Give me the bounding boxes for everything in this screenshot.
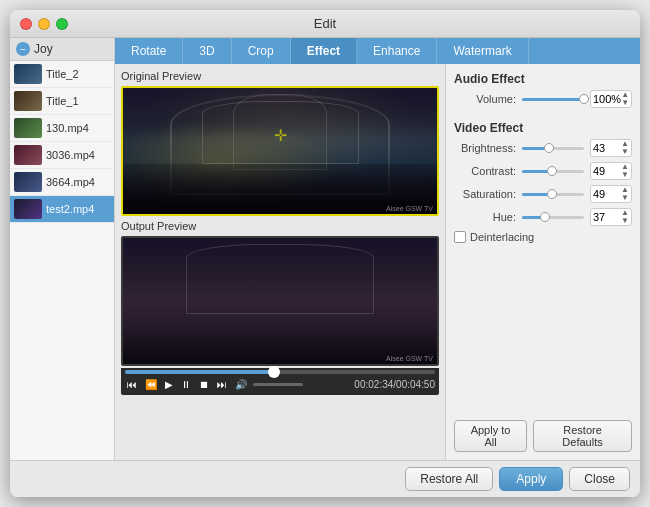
- pause-button[interactable]: ⏸: [179, 378, 193, 391]
- main-window: Edit − Joy Title_2 Title_1 130.mp4: [10, 10, 640, 497]
- skip-back-button[interactable]: ⏮: [125, 378, 139, 391]
- stop-button[interactable]: ⏹: [197, 378, 211, 391]
- contrast-spinner[interactable]: ▲▼: [621, 163, 629, 179]
- progress-track[interactable]: [125, 370, 435, 374]
- close-button[interactable]: Close: [569, 467, 630, 491]
- maximize-window-button[interactable]: [56, 18, 68, 30]
- contrast-value-box[interactable]: 49 ▲▼: [590, 162, 632, 180]
- volume-spinner[interactable]: ▲▼: [621, 91, 629, 107]
- sidebar-item-test2[interactable]: test2.mp4: [10, 196, 114, 223]
- apply-to-all-button[interactable]: Apply to All: [454, 420, 527, 452]
- audio-effect-title: Audio Effect: [454, 72, 632, 86]
- contrast-thumb[interactable]: [547, 166, 557, 176]
- volume-thumb[interactable]: [579, 94, 589, 104]
- brightness-value: 43: [593, 142, 605, 154]
- window-title: Edit: [314, 16, 336, 31]
- hue-thumb[interactable]: [540, 212, 550, 222]
- title-bar: Edit: [10, 10, 640, 38]
- video-content-original: ✛ Aisee GSW TV: [123, 88, 437, 214]
- play-button[interactable]: ▶: [163, 378, 175, 391]
- volume-slider[interactable]: [253, 383, 303, 386]
- brightness-slider-track[interactable]: [522, 147, 584, 150]
- brightness-spinner[interactable]: ▲▼: [621, 140, 629, 156]
- brightness-label: Brightness:: [454, 142, 516, 154]
- controls-row: ⏮ ⏪ ▶ ⏸ ⏹ ⏭ 🔊 00:02:34/00:04:50: [125, 376, 435, 393]
- deinterlacing-row: Deinterlacing: [454, 231, 632, 243]
- hue-slider-track[interactable]: [522, 216, 584, 219]
- volume-row: Volume: 100% ▲▼: [454, 90, 632, 108]
- hue-spinner[interactable]: ▲▼: [621, 209, 629, 225]
- watermark-output: Aisee GSW TV: [386, 355, 433, 362]
- sidebar-item-label: 130.mp4: [46, 122, 89, 134]
- main-content: − Joy Title_2 Title_1 130.mp4 3036.mp4: [10, 38, 640, 460]
- hue-value-box[interactable]: 37 ▲▼: [590, 208, 632, 226]
- hue-label: Hue:: [454, 211, 516, 223]
- sidebar-item-label: Title_2: [46, 68, 79, 80]
- output-preview-label: Output Preview: [121, 220, 439, 232]
- tabs-bar: Rotate 3D Crop Effect Enhance Watermark: [115, 38, 640, 64]
- sidebar-item-title2[interactable]: Title_2: [10, 61, 114, 88]
- brightness-row: Brightness: 43 ▲▼: [454, 139, 632, 157]
- thumb-3036: [14, 145, 42, 165]
- tab-rotate[interactable]: Rotate: [115, 38, 183, 64]
- skip-fwd-button[interactable]: ⏭: [215, 378, 229, 391]
- content-area: Rotate 3D Crop Effect Enhance Watermark …: [115, 38, 640, 460]
- sidebar-item-130[interactable]: 130.mp4: [10, 115, 114, 142]
- sidebar: − Joy Title_2 Title_1 130.mp4 3036.mp4: [10, 38, 115, 460]
- minimize-window-button[interactable]: [38, 18, 50, 30]
- tab-enhance[interactable]: Enhance: [357, 38, 437, 64]
- contrast-value: 49: [593, 165, 605, 177]
- contrast-slider-track[interactable]: [522, 170, 584, 173]
- volume-icon: 🔊: [233, 378, 249, 391]
- saturation-value: 49: [593, 188, 605, 200]
- volume-slider-track[interactable]: [522, 98, 584, 101]
- video-content-output: Aisee GSW TV: [123, 238, 437, 364]
- sidebar-item-3664[interactable]: 3664.mp4: [10, 169, 114, 196]
- restore-all-button[interactable]: Restore All: [405, 467, 493, 491]
- hue-value: 37: [593, 211, 605, 223]
- sidebar-item-3036[interactable]: 3036.mp4: [10, 142, 114, 169]
- volume-value-box[interactable]: 100% ▲▼: [590, 90, 632, 108]
- contrast-row: Contrast: 49 ▲▼: [454, 162, 632, 180]
- sidebar-item-label: 3664.mp4: [46, 176, 95, 188]
- sidebar-item-label: Title_1: [46, 95, 79, 107]
- right-panel: Audio Effect Volume: 100% ▲▼: [445, 64, 640, 460]
- volume-value: 100%: [593, 93, 621, 105]
- sidebar-item-label: 3036.mp4: [46, 149, 95, 161]
- progress-thumb[interactable]: [268, 366, 280, 378]
- saturation-spinner[interactable]: ▲▼: [621, 186, 629, 202]
- tab-watermark[interactable]: Watermark: [437, 38, 528, 64]
- audio-effect-section: Audio Effect Volume: 100% ▲▼: [454, 72, 632, 113]
- saturation-value-box[interactable]: 49 ▲▼: [590, 185, 632, 203]
- brightness-value-box[interactable]: 43 ▲▼: [590, 139, 632, 157]
- deinterlacing-label: Deinterlacing: [470, 231, 534, 243]
- saturation-thumb[interactable]: [547, 189, 557, 199]
- saturation-row: Saturation: 49 ▲▼: [454, 185, 632, 203]
- apply-button[interactable]: Apply: [499, 467, 563, 491]
- sidebar-title: Joy: [34, 42, 53, 56]
- volume-label: Volume:: [454, 93, 516, 105]
- edit-area: Original Preview ✛ Aisee GSW TV: [115, 64, 640, 460]
- hue-row: Hue: 37 ▲▼: [454, 208, 632, 226]
- saturation-slider-track[interactable]: [522, 193, 584, 196]
- deinterlacing-checkbox[interactable]: [454, 231, 466, 243]
- step-back-button[interactable]: ⏪: [143, 378, 159, 391]
- tab-crop[interactable]: Crop: [232, 38, 291, 64]
- close-window-button[interactable]: [20, 18, 32, 30]
- sidebar-item-title1[interactable]: Title_1: [10, 88, 114, 115]
- thumb-title1: [14, 91, 42, 111]
- thumb-3664: [14, 172, 42, 192]
- sidebar-item-label: test2.mp4: [46, 203, 94, 215]
- contrast-label: Contrast:: [454, 165, 516, 177]
- output-preview: Aisee GSW TV: [121, 236, 439, 366]
- tab-effect[interactable]: Effect: [291, 38, 357, 64]
- bottom-bar: Restore All Apply Close: [10, 460, 640, 497]
- window-controls: [20, 18, 68, 30]
- restore-defaults-button[interactable]: Restore Defaults: [533, 420, 632, 452]
- original-preview-label: Original Preview: [121, 70, 439, 82]
- tab-3d[interactable]: 3D: [183, 38, 231, 64]
- thumb-title2: [14, 64, 42, 84]
- original-preview: ✛ Aisee GSW TV: [121, 86, 439, 216]
- volume-fill: [522, 98, 584, 101]
- brightness-thumb[interactable]: [544, 143, 554, 153]
